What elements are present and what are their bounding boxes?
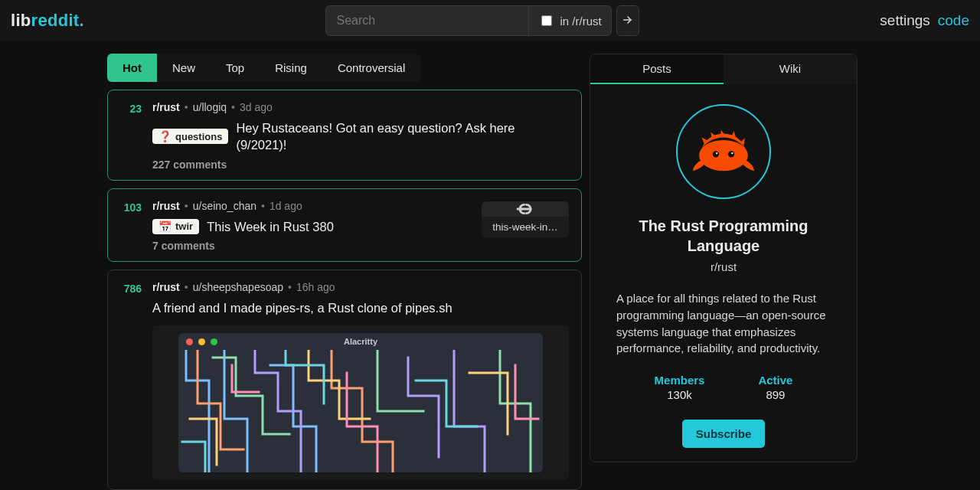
svg-point-2 <box>699 140 748 171</box>
flair-text: questions <box>175 131 222 142</box>
sort-top[interactable]: Top <box>211 54 260 82</box>
sort-new[interactable]: New <box>157 54 211 82</box>
post-body: r/rust • u/seino_chan • 1d ago 📅 twir Th… <box>152 200 471 252</box>
post-age: 1d ago <box>270 200 302 212</box>
post-comments[interactable]: 7 comments <box>152 240 471 252</box>
post-thumbnail[interactable]: this-week-in… <box>482 201 569 237</box>
search-input[interactable] <box>326 6 528 35</box>
title-row: ❓ questions Hey Rustaceans! Got an easy … <box>152 119 569 154</box>
meta-separator: • <box>231 101 235 113</box>
svg-point-6 <box>731 152 733 154</box>
pipes-graphic <box>178 350 543 472</box>
post-meta: r/rust • u/sheepshapesoap • 16h ago <box>152 281 569 293</box>
logo-reddit: reddit. <box>31 11 84 30</box>
title-row: A friend and I made pipes-rs, a Rust clo… <box>152 299 569 316</box>
meta-separator: • <box>261 200 265 212</box>
subreddit-panel: Posts Wiki <box>590 54 858 462</box>
feed-column: Hot New Top Rising Controversial 23 r/ru… <box>107 54 582 490</box>
sort-tabs: Hot New Top Rising Controversial <box>107 54 420 82</box>
title-row: 📅 twir This Week in Rust 380 <box>152 218 471 235</box>
stat-active: Active 899 <box>758 374 792 401</box>
post-score: 103 <box>120 200 142 252</box>
post-subreddit[interactable]: r/rust <box>152 101 180 113</box>
post-author[interactable]: u/seino_chan <box>193 200 256 212</box>
sidebar-column: Posts Wiki <box>590 54 858 490</box>
svg-point-3 <box>713 151 719 157</box>
post-age: 16h ago <box>296 281 335 293</box>
ferris-crab-icon <box>691 127 756 176</box>
post-body: r/rust • u/sheepshapesoap • 16h ago A fr… <box>152 281 569 480</box>
flair-text: twir <box>175 220 193 232</box>
sort-controversial[interactable]: Controversial <box>322 54 420 82</box>
post-subreddit[interactable]: r/rust <box>152 281 180 293</box>
meta-separator: • <box>185 101 188 113</box>
subreddit-icon <box>676 104 771 199</box>
stat-members-label: Members <box>655 374 705 387</box>
nav-right: settings code <box>880 12 969 29</box>
restrict-subreddit-label: in /r/rust <box>560 15 602 28</box>
post-author[interactable]: u/llogiq <box>193 101 227 113</box>
post-age: 3d ago <box>240 101 273 113</box>
settings-link[interactable]: settings <box>880 12 929 29</box>
post-body: r/rust • u/llogiq • 3d ago ❓ questions H… <box>152 101 569 171</box>
sort-rising[interactable]: Rising <box>260 54 322 82</box>
code-link[interactable]: code <box>938 12 969 29</box>
terminal-window: Alacritty <box>178 333 543 472</box>
subreddit-name[interactable]: r/rust <box>710 260 737 273</box>
stat-active-label: Active <box>758 374 792 387</box>
sidebar-tabs: Posts Wiki <box>590 54 857 84</box>
meta-separator: • <box>185 200 188 212</box>
post-media[interactable]: Alacritty <box>152 325 569 480</box>
main-layout: Hot New Top Rising Controversial 23 r/ru… <box>0 41 980 490</box>
stat-active-value: 899 <box>758 388 792 401</box>
post-subreddit[interactable]: r/rust <box>152 200 180 212</box>
search-box: in /r/rust <box>325 5 612 36</box>
post-flair[interactable]: ❓ questions <box>152 129 228 144</box>
subreddit-title: The Rust Programming Language <box>616 216 831 256</box>
flair-emoji-icon: 📅 <box>158 220 172 233</box>
post-card[interactable]: 103 r/rust • u/seino_chan • 1d ago 📅 twi… <box>107 188 582 262</box>
svg-point-4 <box>728 151 734 157</box>
post-title[interactable]: A friend and I made pipes-rs, a Rust clo… <box>152 299 452 316</box>
restrict-subreddit[interactable]: in /r/rust <box>528 6 611 35</box>
restrict-subreddit-checkbox[interactable] <box>541 15 552 26</box>
search-submit-button[interactable] <box>616 5 639 36</box>
post-card[interactable]: 23 r/rust • u/llogiq • 3d ago ❓ question… <box>107 90 582 181</box>
link-icon <box>482 201 569 217</box>
post-meta: r/rust • u/seino_chan • 1d ago <box>152 200 471 212</box>
logo[interactable]: libreddit. <box>11 11 84 31</box>
post-title[interactable]: This Week in Rust 380 <box>207 218 334 235</box>
subreddit-description: A place for all things related to the Ru… <box>616 290 831 357</box>
search-wrap: in /r/rust <box>325 5 639 36</box>
post-meta: r/rust • u/llogiq • 3d ago <box>152 101 569 113</box>
post-score: 786 <box>120 281 142 480</box>
subscribe-button[interactable]: Subscribe <box>682 420 766 448</box>
sidebar-tab-posts[interactable]: Posts <box>590 54 724 84</box>
post-card[interactable]: 786 r/rust • u/sheepshapesoap • 16h ago … <box>107 270 582 490</box>
stat-members-value: 130k <box>655 388 705 401</box>
svg-point-5 <box>716 152 717 154</box>
subreddit-stats: Members 130k Active 899 <box>616 374 831 401</box>
post-title[interactable]: Hey Rustaceans! Got an easy question? As… <box>236 119 569 154</box>
terminal-titlebar: Alacritty <box>178 333 543 350</box>
arrow-right-icon <box>622 14 634 28</box>
post-author[interactable]: u/sheepshapesoap <box>193 281 283 293</box>
sidebar-tab-wiki[interactable]: Wiki <box>724 54 857 84</box>
sort-hot[interactable]: Hot <box>107 54 157 82</box>
thumbnail-caption: this-week-in… <box>482 217 569 237</box>
flair-emoji-icon: ❓ <box>158 130 172 142</box>
post-flair[interactable]: 📅 twir <box>152 219 199 234</box>
post-comments[interactable]: 227 comments <box>152 158 569 171</box>
meta-separator: • <box>185 281 188 293</box>
post-score: 23 <box>120 101 142 171</box>
terminal-title: Alacritty <box>178 337 543 346</box>
logo-lib: lib <box>11 11 31 30</box>
sidebar-body: The Rust Programming Language r/rust A p… <box>590 84 857 462</box>
top-nav: libreddit. in /r/rust settings code <box>0 0 980 41</box>
stat-members: Members 130k <box>655 374 705 401</box>
meta-separator: • <box>288 281 292 293</box>
